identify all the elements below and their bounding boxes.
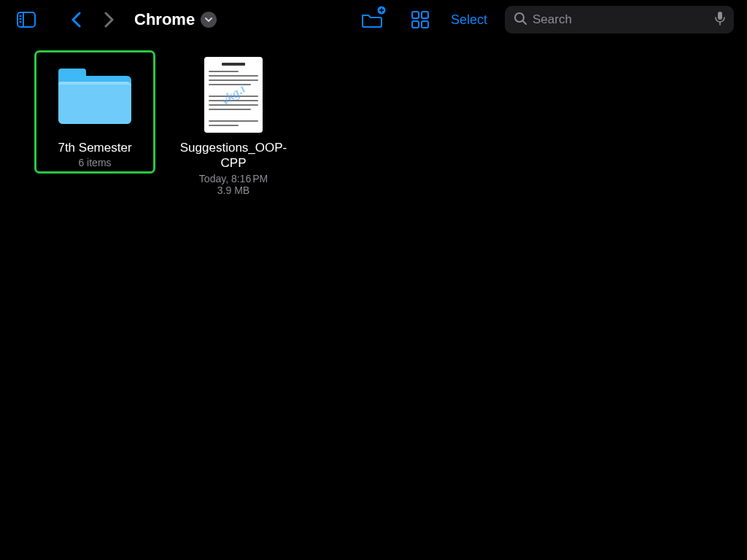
item-size: 3.9 MB	[217, 184, 249, 196]
item-name: 7th Semester	[58, 140, 131, 155]
folder-icon	[58, 66, 131, 124]
search-icon	[514, 12, 527, 28]
svg-rect-9	[422, 12, 428, 18]
location-title: Chrome	[134, 10, 195, 29]
folder-item[interactable]: 7th Semester6 items	[36, 52, 153, 171]
svg-rect-10	[412, 21, 419, 28]
view-mode-button[interactable]	[407, 7, 433, 33]
svg-point-12	[515, 13, 524, 22]
dictation-icon[interactable]	[715, 11, 725, 28]
location-title-wrap[interactable]: Chrome	[134, 10, 217, 29]
item-subtitle: Today, 8:16 PM	[199, 173, 268, 184]
toolbar: Chrome Select	[0, 0, 747, 39]
title-chevron-icon[interactable]	[201, 12, 217, 28]
file-item[interactable]: vkg.iSuggestions_OOP-CPPToday, 8:16 PM3.…	[175, 55, 292, 196]
back-button[interactable]	[63, 7, 89, 33]
item-subtitle: 6 items	[78, 157, 111, 168]
svg-rect-14	[718, 12, 722, 20]
item-name: Suggestions_OOP-CPP	[175, 140, 292, 171]
svg-rect-11	[422, 21, 428, 28]
folder-thumbnail	[51, 55, 139, 134]
forward-button	[96, 7, 123, 33]
search-input[interactable]	[533, 12, 709, 27]
search-field[interactable]	[505, 6, 734, 34]
document-thumbnail: vkg.i	[190, 55, 277, 134]
svg-rect-8	[412, 12, 419, 18]
sidebar-toggle-button[interactable]	[13, 7, 39, 33]
new-folder-button[interactable]	[359, 7, 385, 33]
svg-line-13	[523, 21, 526, 24]
select-button[interactable]: Select	[441, 12, 498, 28]
file-grid: 7th Semester6 itemsvkg.iSuggestions_OOP-…	[0, 39, 747, 212]
document-icon: vkg.i	[204, 57, 263, 133]
